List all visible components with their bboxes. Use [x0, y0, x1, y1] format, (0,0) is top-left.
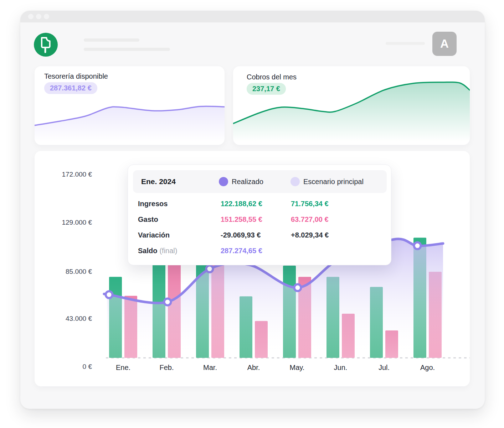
kpi-title: Tesorería disponible: [44, 72, 108, 80]
app-logo: [34, 33, 58, 57]
escenario-value: +8.029,34 €: [291, 231, 329, 239]
saldo-point-dot[interactable]: [164, 299, 171, 306]
window-control-minimize-icon[interactable]: [36, 14, 41, 19]
legend-item-realizado: Realizado: [219, 177, 263, 186]
x-axis-month-label: Ago.: [420, 364, 435, 371]
realizado-value: 122.188,62 €: [221, 200, 291, 208]
saldo-point-dot[interactable]: [414, 242, 421, 249]
tooltip-period: Ene. 2024: [141, 177, 219, 186]
x-axis-month-label: Ene.: [116, 364, 130, 371]
row-label: Gasto: [138, 215, 221, 224]
x-axis-month-label: Jul.: [379, 364, 390, 371]
kpi-amount-badge: 237,17 €: [247, 83, 286, 95]
realizado-value: -29.069,93 €: [221, 231, 291, 239]
window-control-maximize-icon[interactable]: [44, 14, 49, 19]
tooltip-row-variacin: Variación-29.069,93 €+8.029,34 €: [128, 227, 391, 243]
y-axis-tick-label: 172.000 €: [62, 171, 92, 178]
window-control-close-icon[interactable]: [28, 14, 34, 19]
y-axis-tick-label: 129.000 €: [62, 219, 92, 226]
row-label-suffix: (final): [159, 247, 177, 255]
saldo-point-dot[interactable]: [206, 266, 213, 272]
row-label: Variación: [138, 231, 221, 239]
row-label: Ingresos: [138, 200, 221, 208]
saldo-point-dot[interactable]: [294, 284, 301, 291]
realizado-value: 287.274,65 €: [221, 247, 291, 255]
x-axis-month-label: Abr.: [247, 364, 260, 371]
x-axis-month-label: Feb.: [159, 364, 174, 371]
realizado-legend-dot-icon: [219, 177, 228, 186]
nav-placeholder-line: [84, 48, 170, 51]
legend-label: Realizado: [232, 178, 263, 186]
nav-placeholder-line: [84, 38, 139, 42]
kpi-title: Cobros del mes: [247, 73, 297, 81]
legend-label: Escenario principal: [303, 178, 364, 186]
escenario-value: 71.756,34 €: [291, 200, 329, 208]
y-axis-tick-label: 43.000 €: [66, 315, 92, 322]
tooltip-row-saldo: Saldo(final)287.274,65 €: [128, 243, 391, 259]
x-axis-month-label: May.: [290, 364, 305, 371]
escenario-value: 63.727,00 €: [291, 215, 329, 224]
tooltip-row-ingresos: Ingresos122.188,62 €71.756,34 €: [128, 196, 391, 212]
browser-window: A Tesorería disponible 287.361,82 € Cobr…: [20, 11, 485, 409]
row-label: Saldo(final): [138, 247, 221, 255]
tooltip-row-gasto: Gasto151.258,55 €63.727,00 €: [128, 212, 391, 227]
escenario-legend-dot-icon: [290, 177, 300, 186]
kpi-card-tesoreria: Tesorería disponible 287.361,82 €: [35, 66, 225, 145]
kpi-card-cobros: Cobros del mes 237,17 €: [233, 66, 470, 145]
y-axis-tick-label: 85.000 €: [66, 268, 92, 275]
x-axis-month-label: Jun.: [334, 364, 348, 371]
header-placeholder-line: [386, 42, 425, 45]
tooltip-header: Ene. 2024 Realizado Escenario principal: [133, 170, 387, 193]
page: A Tesorería disponible 287.361,82 € Cobr…: [0, 0, 504, 428]
kpi-amount-badge: 287.361,82 €: [44, 82, 97, 94]
flag-popsicle-icon: [38, 36, 54, 53]
x-axis-month-label: Mar.: [203, 364, 217, 371]
avatar-button[interactable]: A: [432, 32, 457, 56]
chart-tooltip: Ene. 2024 Realizado Escenario principal …: [128, 165, 391, 265]
y-axis-tick-label: 0 €: [83, 363, 92, 370]
saldo-point-dot[interactable]: [106, 291, 113, 298]
realizado-value: 151.258,55 €: [221, 215, 291, 224]
tooltip-rows: Ingresos122.188,62 €71.756,34 €Gasto151.…: [128, 196, 391, 259]
legend-item-escenario: Escenario principal: [290, 177, 364, 186]
window-titlebar: [20, 11, 485, 22]
